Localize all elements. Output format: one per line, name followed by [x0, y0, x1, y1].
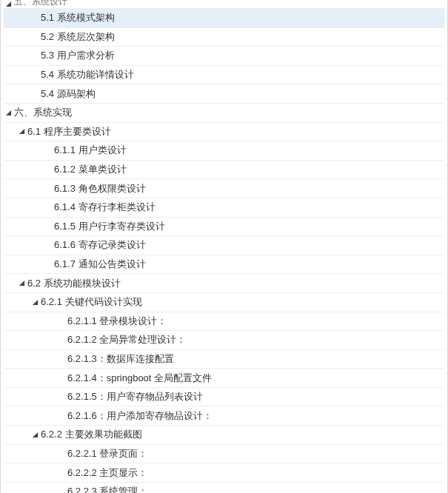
outline-item[interactable]: 6.1 程序主要类设计	[4, 123, 444, 142]
outline-item[interactable]: 6.2 系统功能模块设计	[4, 274, 444, 293]
outline-item[interactable]: 6.2.2.1 登录页面：	[4, 445, 444, 464]
svg-marker-1	[5, 110, 10, 115]
outline-item-label: 6.1.3 角色权限类设计	[53, 182, 146, 195]
toggle-placeholder	[44, 203, 53, 212]
toggle-placeholder	[57, 392, 66, 401]
collapse-icon[interactable]	[4, 0, 13, 8]
outline-item[interactable]: 6.2.1 关键代码设计实现	[4, 293, 444, 312]
outline-item-label: 五、系统设计	[13, 0, 67, 8]
outline-item[interactable]: 6.2.1.1 登录模块设计：	[4, 312, 444, 332]
toggle-placeholder	[44, 146, 53, 155]
svg-marker-3	[19, 281, 24, 286]
outline-item-label: 6.2.1.1 登录模块设计：	[66, 315, 167, 328]
collapse-icon[interactable]	[30, 298, 39, 306]
outline-item-label: 6.1 程序主要类设计	[26, 125, 111, 138]
outline-item-label: 6.2.1.3：数据库连接配置	[66, 352, 174, 366]
outline-item[interactable]: 6.2.2.2 主页显示：	[4, 463, 444, 483]
toggle-placeholder	[30, 13, 39, 22]
toggle-placeholder	[44, 222, 53, 231]
outline-item-label: 6.2.2.2 主页显示：	[66, 466, 147, 480]
outline-item[interactable]: 5.3 用户需求分析	[4, 47, 444, 66]
outline-item[interactable]: 五、系统设计	[4, 0, 444, 9]
outline-item-label: 6.1.1 用户类设计	[53, 144, 127, 157]
toggle-placeholder	[30, 33, 39, 41]
outline-item-label: 5.4 源码架构	[39, 87, 96, 101]
outline-item-label: 6.2.1.5：用户寄存物品列表设计	[66, 390, 203, 403]
outline-item[interactable]: 6.2.2.3 系统管理：	[4, 483, 444, 493]
navigation-panel: 五、系统设计5.1 系统模式架构5.2 系统层次架构5.3 用户需求分析5.4 …	[0, 0, 448, 493]
outline-item[interactable]: 5.4 源码架构	[4, 84, 444, 104]
outline-item-label: 6.1.4 寄存行李柜类设计	[53, 201, 156, 214]
outline-item-label: 6.1.5 用户行李寄存类设计	[53, 220, 165, 233]
outline-item-label: 六、系统实现	[13, 106, 72, 119]
outline-item-label: 5.1 系统模式架构	[39, 11, 115, 24]
collapse-icon[interactable]	[17, 127, 26, 136]
outline-item-label: 6.2.2.1 登录页面：	[66, 447, 147, 460]
outline-item-label: 5.2 系统层次架构	[39, 30, 115, 44]
toggle-placeholder	[57, 355, 66, 363]
collapse-icon[interactable]	[4, 108, 13, 117]
outline-item-label: 5.4 系统功能详情设计	[39, 68, 134, 81]
collapse-icon[interactable]	[17, 279, 26, 288]
toggle-placeholder	[57, 487, 66, 493]
toggle-placeholder	[57, 469, 66, 477]
outline-tree: 五、系统设计5.1 系统模式架构5.2 系统层次架构5.3 用户需求分析5.4 …	[4, 0, 444, 493]
outline-item[interactable]: 6.1.6 寄存记录类设计	[4, 236, 444, 255]
toggle-placeholder	[57, 449, 66, 458]
outline-item[interactable]: 6.2.1.4：springboot 全局配置文件	[4, 369, 444, 388]
outline-item[interactable]: 6.1.3 角色权限类设计	[4, 179, 444, 198]
outline-item[interactable]: 6.2.1.5：用户寄存物品列表设计	[4, 388, 444, 407]
toggle-placeholder	[57, 374, 66, 383]
outline-item-label: 6.2.2.3 系统管理：	[66, 485, 147, 493]
outline-item[interactable]: 六、系统实现	[4, 104, 444, 123]
outline-item[interactable]: 6.1.1 用户类设计	[4, 141, 444, 161]
outline-item[interactable]: 6.2.1.2 全局异常处理设计：	[4, 331, 444, 350]
toggle-placeholder	[57, 317, 66, 326]
svg-marker-2	[19, 129, 24, 134]
outline-item-label: 6.1.6 寄存记录类设计	[53, 238, 146, 252]
outline-item-label: 5.3 用户需求分析	[39, 49, 115, 62]
toggle-placeholder	[30, 70, 39, 79]
toggle-placeholder	[57, 335, 66, 344]
outline-item-label: 6.2.2 主要效果功能截图	[39, 428, 142, 441]
outline-item[interactable]: 6.1.2 菜单类设计	[4, 161, 444, 180]
outline-item-label: 6.1.7 通知公告类设计	[53, 258, 146, 271]
outline-item[interactable]: 6.1.5 用户行李寄存类设计	[4, 218, 444, 237]
toggle-placeholder	[57, 412, 66, 420]
outline-item-label: 6.2 系统功能模块设计	[26, 277, 121, 290]
outline-item[interactable]: 5.4 系统功能详情设计	[4, 66, 444, 85]
toggle-placeholder	[44, 260, 53, 269]
toggle-placeholder	[44, 241, 53, 249]
svg-marker-5	[32, 432, 37, 437]
outline-item[interactable]: 6.2.2 主要效果功能截图	[4, 426, 444, 445]
collapse-icon[interactable]	[30, 430, 39, 439]
outline-item[interactable]: 5.2 系统层次架构	[4, 28, 444, 47]
outline-item-label: 6.2.1.2 全局异常处理设计：	[66, 333, 186, 346]
toggle-placeholder	[30, 51, 39, 60]
outline-item[interactable]: 6.1.7 通知公告类设计	[4, 255, 444, 275]
outline-item-label: 6.2.1 关键代码设计实现	[39, 295, 142, 309]
outline-item[interactable]: 6.2.1.3：数据库连接配置	[4, 350, 444, 369]
toggle-placeholder	[30, 90, 39, 98]
svg-marker-4	[32, 300, 37, 305]
outline-item-label: 6.1.2 菜单类设计	[53, 163, 127, 176]
outline-item[interactable]: 5.1 系统模式架构	[4, 9, 444, 28]
outline-item-label: 6.2.1.4：springboot 全局配置文件	[66, 372, 212, 385]
outline-item[interactable]: 6.2.1.6：用户添加寄存物品设计：	[4, 406, 444, 426]
svg-marker-0	[5, 1, 10, 6]
outline-item[interactable]: 6.1.4 寄存行李柜类设计	[4, 198, 444, 218]
toggle-placeholder	[44, 184, 53, 193]
toggle-placeholder	[44, 165, 53, 174]
outline-item-label: 6.2.1.6：用户添加寄存物品设计：	[66, 409, 213, 423]
